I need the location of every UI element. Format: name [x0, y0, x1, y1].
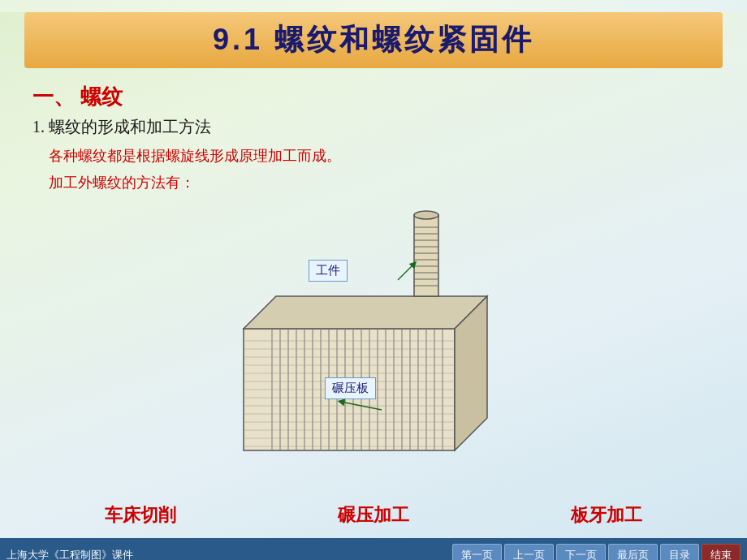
exit-button[interactable]: 结束 — [702, 544, 741, 560]
content-area: 一、 螺纹 1. 螺纹的形成和加工方法 各种螺纹都是根据螺旋线形成原理加工而成。… — [0, 76, 747, 195]
nav-bar: 上海大学《工程制图》课件 第一页 上一页 下一页 最后页 目录 结束 — [0, 538, 747, 560]
prev-page-button[interactable]: 上一页 — [504, 544, 554, 560]
diagram-container: 工件 碾压板 — [146, 199, 601, 491]
method-rolling: 碾压加工 — [338, 503, 409, 528]
callout-workpiece: 工件 — [309, 260, 348, 282]
desc2: 加工外螺纹的方法有： — [49, 171, 715, 195]
callout-die-plate: 碾压板 — [325, 377, 376, 399]
sub-heading: 1. 螺纹的形成和加工方法 — [32, 116, 715, 138]
slide-container: 9.1 螺纹和螺纹紧固件 一、 螺纹 1. 螺纹的形成和加工方法 各种螺纹都是根… — [0, 12, 747, 560]
desc1: 各种螺纹都是根据螺旋线形成原理加工而成。 — [49, 144, 715, 168]
section-heading: 一、 螺纹 — [32, 83, 715, 111]
svg-marker-1 — [244, 296, 487, 329]
technical-diagram — [146, 199, 601, 475]
toc-button[interactable]: 目录 — [660, 544, 699, 560]
last-page-button[interactable]: 最后页 — [608, 544, 658, 560]
svg-line-51 — [398, 264, 414, 280]
next-page-button[interactable]: 下一页 — [556, 544, 606, 560]
nav-logo: 上海大学《工程制图》课件 — [6, 548, 452, 560]
method-lathe: 车床切削 — [105, 503, 176, 528]
first-page-button[interactable]: 第一页 — [452, 544, 502, 560]
methods-row: 车床切削 碾压加工 板牙加工 — [24, 503, 723, 528]
title-bar: 9.1 螺纹和螺纹紧固件 — [24, 12, 723, 68]
method-die: 板牙加工 — [571, 503, 642, 528]
nav-buttons: 第一页 上一页 下一页 最后页 目录 结束 — [452, 544, 741, 560]
slide-title: 9.1 螺纹和螺纹紧固件 — [213, 23, 534, 56]
svg-point-40 — [414, 211, 438, 219]
